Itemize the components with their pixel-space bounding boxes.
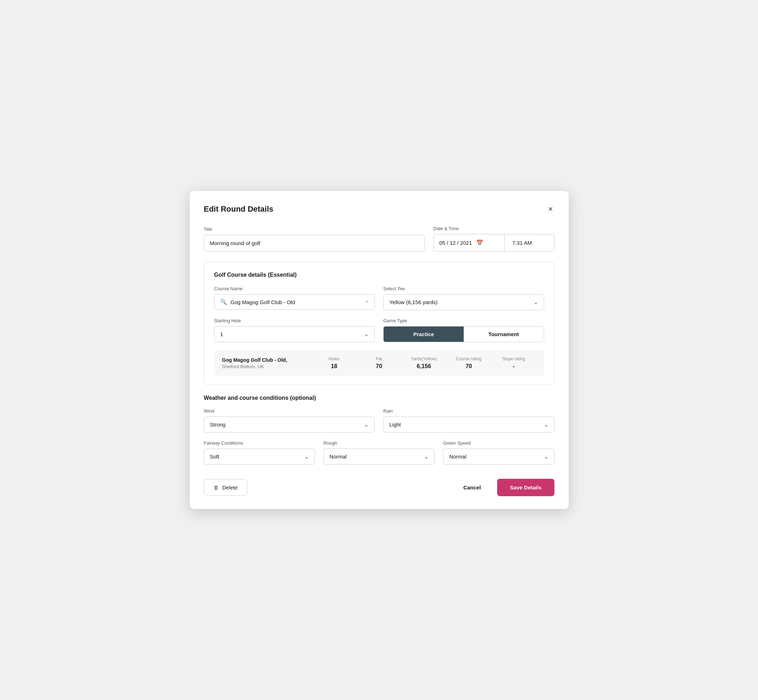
par-stat: Par 70 — [357, 356, 401, 370]
weather-title: Weather and course conditions (optional) — [204, 395, 554, 401]
footer-right: Cancel Save Details — [457, 479, 554, 496]
course-name-input[interactable] — [230, 299, 362, 305]
yards-value: 6,156 — [401, 363, 446, 370]
select-tee-field: Select Tee Yellow (6,156 yards) ⌄ — [383, 286, 544, 310]
course-rating-stat: Course rating 70 — [446, 356, 491, 370]
wind-label: Wind — [204, 408, 375, 414]
title-input[interactable] — [204, 235, 425, 252]
course-info-name-col: Gog Magog Golf Club - Old, Shelford Bott… — [222, 357, 312, 369]
rough-label: Rough — [324, 441, 434, 446]
course-name-label: Course Name — [214, 286, 375, 291]
par-value: 70 — [357, 363, 401, 370]
datetime-label: Date & Time — [434, 226, 554, 231]
date-value: 05 / 12 / 2021 — [440, 240, 472, 246]
slope-rating-value: - — [491, 363, 536, 370]
rain-label: Rain — [383, 408, 554, 414]
slope-rating-stat: Slope rating - — [491, 356, 536, 370]
golf-course-section: Golf Course details (Essential) Course N… — [204, 261, 554, 385]
chevron-down-icon: ⌄ — [364, 331, 369, 338]
starting-hole-field: Starting Hole 1 ⌄ — [214, 318, 375, 342]
chevron-down-icon: ⌄ — [544, 421, 548, 428]
title-label: Title — [204, 227, 425, 232]
chevron-down-icon: ⌄ — [304, 453, 309, 460]
save-button[interactable]: Save Details — [497, 479, 554, 496]
fairway-rough-green-row: Fairway Conditions Soft ⌄ Rough Normal ⌄… — [204, 441, 554, 464]
delete-label: Delete — [222, 484, 238, 491]
hole-gametype-row: Starting Hole 1 ⌄ Game Type Practice Tou… — [214, 318, 544, 342]
course-rating-value: 70 — [446, 363, 491, 370]
title-field-group: Title — [204, 227, 425, 252]
green-speed-value: Normal — [449, 453, 466, 459]
datetime-inputs: 05 / 12 / 2021 📅 7:31 AM — [434, 234, 554, 252]
course-info-location: Shelford Bottom, UK — [222, 364, 312, 369]
wind-field: Wind Strong ⌄ — [204, 408, 375, 433]
edit-round-modal: Edit Round Details × Title Date & Time 0… — [190, 191, 568, 509]
rain-field: Rain Light ⌄ — [383, 408, 554, 433]
clear-icon[interactable]: × — [365, 299, 369, 305]
fairway-field: Fairway Conditions Soft ⌄ — [204, 441, 315, 464]
datetime-field-group: Date & Time 05 / 12 / 2021 📅 7:31 AM — [434, 226, 554, 252]
calendar-icon: 📅 — [476, 239, 483, 246]
rain-value: Light — [389, 422, 401, 428]
delete-button[interactable]: 🗑 Delete — [204, 479, 247, 496]
golf-course-title: Golf Course details (Essential) — [214, 272, 544, 278]
green-speed-dropdown[interactable]: Normal ⌄ — [443, 448, 554, 464]
holes-value: 18 — [312, 363, 357, 370]
wind-dropdown[interactable]: Strong ⌄ — [204, 417, 375, 433]
select-tee-dropdown[interactable]: Yellow (6,156 yards) ⌄ — [383, 294, 544, 310]
date-input[interactable]: 05 / 12 / 2021 📅 — [434, 234, 504, 252]
course-tee-row: Course Name 🔍 × Select Tee Yellow (6,156… — [214, 286, 544, 310]
holes-label: Holes — [312, 356, 357, 361]
yards-stat: Yards(Yellow) 6,156 — [401, 356, 446, 370]
select-tee-value: Yellow (6,156 yards) — [389, 299, 437, 305]
chevron-down-icon: ⌄ — [364, 421, 369, 428]
game-type-field: Game Type Practice Tournament — [383, 318, 544, 342]
slope-rating-label: Slope rating — [491, 356, 536, 361]
footer-row: 🗑 Delete Cancel Save Details — [204, 475, 554, 496]
title-datetime-row: Title Date & Time 05 / 12 / 2021 📅 7:31 … — [204, 226, 554, 252]
modal-header: Edit Round Details × — [204, 204, 554, 214]
rough-field: Rough Normal ⌄ — [324, 441, 434, 464]
course-info-row: Gog Magog Golf Club - Old, Shelford Bott… — [214, 350, 544, 376]
trash-icon: 🗑 — [213, 484, 219, 491]
yards-label: Yards(Yellow) — [401, 356, 446, 361]
holes-stat: Holes 18 — [312, 356, 357, 370]
time-input[interactable]: 7:31 AM — [504, 234, 554, 252]
fairway-label: Fairway Conditions — [204, 441, 315, 446]
chevron-down-icon: ⌄ — [544, 453, 548, 460]
search-icon: 🔍 — [220, 299, 227, 305]
course-name-search[interactable]: 🔍 × — [214, 294, 375, 310]
select-tee-label: Select Tee — [383, 286, 544, 291]
starting-hole-dropdown[interactable]: 1 ⌄ — [214, 326, 375, 342]
game-type-toggle: Practice Tournament — [383, 326, 544, 342]
starting-hole-value: 1 — [220, 331, 223, 337]
fairway-value: Soft — [210, 453, 219, 459]
practice-toggle-btn[interactable]: Practice — [384, 327, 464, 342]
rough-dropdown[interactable]: Normal ⌄ — [324, 448, 434, 464]
chevron-down-icon: ⌄ — [424, 453, 429, 460]
modal-title: Edit Round Details — [204, 205, 274, 214]
chevron-down-icon: ⌄ — [534, 299, 538, 306]
weather-section: Weather and course conditions (optional)… — [204, 395, 554, 464]
rain-dropdown[interactable]: Light ⌄ — [383, 417, 554, 433]
time-value: 7:31 AM — [512, 240, 532, 246]
rough-value: Normal — [329, 453, 347, 459]
course-name-field: Course Name 🔍 × — [214, 286, 375, 310]
close-button[interactable]: × — [547, 204, 554, 214]
tournament-toggle-btn[interactable]: Tournament — [464, 327, 544, 342]
course-info-name: Gog Magog Golf Club - Old, — [222, 357, 312, 363]
course-rating-label: Course rating — [446, 356, 491, 361]
wind-rain-row: Wind Strong ⌄ Rain Light ⌄ — [204, 408, 554, 433]
fairway-dropdown[interactable]: Soft ⌄ — [204, 448, 315, 464]
cancel-button[interactable]: Cancel — [457, 480, 487, 495]
green-speed-field: Green Speed Normal ⌄ — [443, 441, 554, 464]
wind-value: Strong — [210, 422, 226, 428]
green-speed-label: Green Speed — [443, 441, 554, 446]
game-type-label: Game Type — [383, 318, 544, 323]
starting-hole-label: Starting Hole — [214, 318, 375, 323]
par-label: Par — [357, 356, 401, 361]
